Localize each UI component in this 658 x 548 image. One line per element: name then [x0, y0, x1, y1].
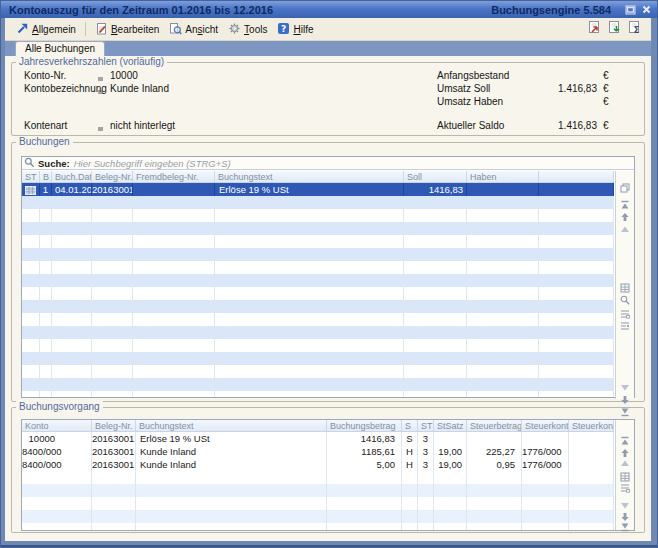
empty-row[interactable] [22, 196, 614, 209]
empty-row[interactable] [22, 484, 614, 497]
empty-row[interactable] [22, 313, 614, 326]
column-header-beleg-nr-[interactable]: Beleg-Nr. [92, 420, 136, 431]
column-header-b[interactable]: B [40, 171, 52, 182]
column-header-fremdbeleg-nr-[interactable]: Fremdbeleg-Nr. [133, 171, 215, 182]
empty-row[interactable] [22, 365, 614, 378]
cell [569, 484, 614, 497]
zoom-icon [620, 295, 631, 305]
column-header-steuerkonto-2[interactable]: Steuerkonto 2 [569, 420, 614, 431]
list-settings-button[interactable] [620, 309, 631, 320]
list-settings-button[interactable] [620, 483, 631, 494]
close-button[interactable] [640, 4, 653, 16]
copy-layers-button[interactable] [620, 183, 631, 194]
empty-row[interactable] [22, 209, 614, 222]
empty-row[interactable] [22, 391, 614, 397]
cell [467, 222, 539, 235]
scroll-up-alt-button[interactable] [620, 224, 631, 235]
column-header-s[interactable]: S [402, 420, 418, 431]
menu-allgemein[interactable]: Allgemein [11, 20, 81, 39]
scroll-top-button[interactable] [620, 436, 631, 447]
column-header-st[interactable]: ST [418, 420, 434, 431]
cell [92, 352, 133, 365]
empty-row[interactable] [22, 378, 614, 391]
cell: 1185,61 [327, 445, 402, 458]
column-header-stsatz[interactable]: StSatz [434, 420, 467, 431]
menu-bearbeiten[interactable]: Bearbeiten [90, 20, 164, 39]
table-row[interactable]: 104.01.201620163001Erlöse 19 % USt1416,8… [22, 183, 614, 196]
cell [136, 484, 327, 497]
empty-row[interactable] [22, 523, 614, 530]
empty-row[interactable] [22, 497, 614, 510]
menu-tools[interactable]: Tools [223, 20, 272, 39]
empty-row[interactable] [22, 352, 614, 365]
column-header-soll[interactable]: Soll [404, 171, 467, 182]
doc-red-arrow-button[interactable] [588, 20, 601, 38]
tab-alle-buchungen[interactable]: Alle Buchungen [15, 41, 105, 56]
scroll-up-button[interactable] [620, 212, 631, 223]
scroll-up-alt-button[interactable] [620, 458, 631, 469]
column-header-buchungstext[interactable]: Buchungstext [215, 171, 404, 182]
cell [327, 510, 402, 523]
restore-button[interactable] [624, 4, 637, 16]
cell [434, 471, 467, 484]
table-row[interactable]: 1000020163001Erlöse 19 % USt1416,83S3 [22, 432, 614, 445]
grid-view-button[interactable] [620, 283, 631, 294]
search-input[interactable] [74, 158, 632, 169]
column-header-haben[interactable]: Haben [467, 171, 539, 182]
scroll-top-button[interactable] [620, 200, 631, 211]
zoom-button[interactable] [620, 295, 631, 306]
empty-row[interactable] [22, 300, 614, 313]
cell [133, 365, 215, 378]
cell [539, 339, 614, 352]
cell [22, 209, 40, 222]
empty-row[interactable] [22, 261, 614, 274]
cell [22, 391, 40, 397]
empty-row[interactable] [22, 339, 614, 352]
table-row[interactable]: 8400/00020163001Kunde Inland1185,61H319,… [22, 445, 614, 458]
column-header-buchungsbetrag[interactable]: Buchungsbetrag [327, 420, 402, 431]
cell [404, 222, 467, 235]
cell [434, 523, 467, 530]
cell [92, 484, 136, 497]
column-header-buch-dat-[interactable]: Buch.Dat. [52, 171, 92, 182]
empty-row[interactable] [22, 326, 614, 339]
cell [52, 248, 92, 261]
list-settings-alt-button[interactable] [620, 321, 631, 332]
empty-row[interactable] [22, 235, 614, 248]
column-header-beleg-nr-[interactable]: Beleg-Nr. [92, 171, 133, 182]
grid-view-button[interactable] [620, 472, 631, 483]
empty-row[interactable] [22, 471, 614, 484]
app-version-title: Buchungsengine 5.584 [491, 4, 611, 16]
field-label: Kontenart [24, 120, 67, 131]
empty-row[interactable] [22, 222, 614, 235]
empty-row[interactable] [22, 248, 614, 261]
scroll-bottom-button[interactable] [620, 522, 631, 533]
cell [40, 196, 52, 209]
cell [404, 326, 467, 339]
empty-row[interactable] [22, 510, 614, 523]
column-header-steuerkonto-1[interactable]: Steuerkonto 1 [522, 420, 569, 431]
field-label: Anfangsbestand [437, 70, 509, 81]
window-title: Kontoauszug für den Zeitraum 01.2016 bis… [9, 4, 491, 16]
cell [40, 261, 52, 274]
column-header-blank[interactable] [539, 171, 614, 182]
buchungen-title: Buchungen [16, 136, 73, 147]
column-header-st[interactable]: ST [22, 171, 40, 182]
menu-ansicht[interactable]: Ansicht [164, 20, 223, 39]
scroll-down-alt-button[interactable] [620, 501, 631, 512]
menu-hilfe[interactable]: ?Hilfe [272, 20, 318, 39]
empty-row[interactable] [22, 287, 614, 300]
table-row[interactable]: 8400/00020163001Kunde Inland5,00H319,000… [22, 458, 614, 471]
scroll-down-button[interactable] [620, 395, 631, 406]
empty-row[interactable] [22, 274, 614, 287]
column-header-konto[interactable]: Konto [22, 420, 92, 431]
title-bar[interactable]: Kontoauszug für den Zeitraum 01.2016 bis… [1, 1, 657, 18]
cell [327, 484, 402, 497]
scroll-down-alt-button[interactable] [620, 383, 631, 394]
cell [22, 326, 40, 339]
column-header-steuerbetrag[interactable]: Steuerbetrag [467, 420, 522, 431]
column-header-buchungstext[interactable]: Buchungstext [136, 420, 327, 431]
doc-green-arrow-button[interactable] [608, 20, 621, 38]
cell [434, 432, 467, 445]
doc-sum-button[interactable]: Σ [628, 20, 641, 38]
